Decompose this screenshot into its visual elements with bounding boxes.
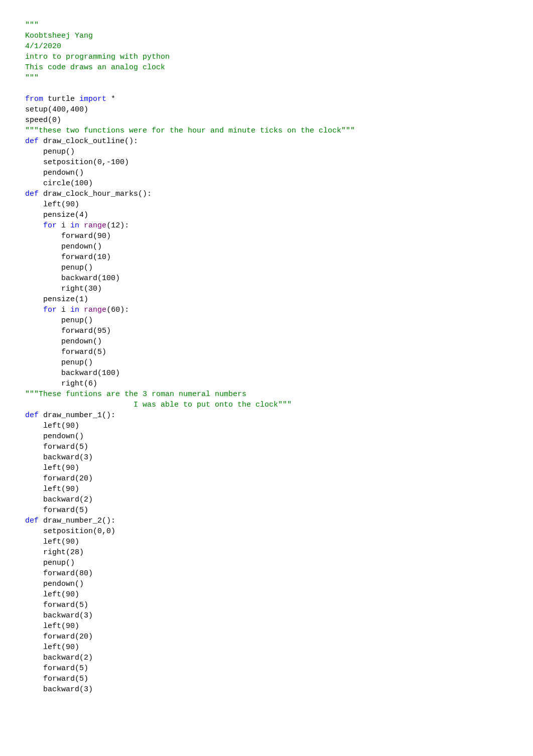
- fn-circle: circle: [43, 179, 70, 188]
- docstring-two-fns: """these two functions were for the hour…: [25, 127, 355, 135]
- num: 95: [97, 327, 106, 335]
- num: 5: [79, 601, 84, 609]
- fn-right: right: [61, 380, 84, 388]
- num: 12: [111, 221, 120, 230]
- fn-forward: forward: [43, 474, 75, 483]
- kw-from: from: [25, 95, 43, 103]
- num: 1: [79, 295, 84, 304]
- num: -100: [106, 158, 124, 167]
- var-i: i: [61, 306, 66, 314]
- num: 30: [88, 285, 97, 293]
- docstring-course: intro to programming with python: [25, 53, 170, 61]
- builtin-range: range: [84, 221, 106, 230]
- num: 10: [97, 253, 106, 262]
- num: 3: [84, 611, 88, 620]
- fn-backward: backward: [43, 495, 79, 504]
- num: 100: [102, 369, 115, 377]
- fn-forward: forward: [61, 348, 93, 356]
- num: 100: [75, 179, 88, 188]
- kw-in: in: [70, 306, 79, 314]
- num: 3: [84, 453, 88, 462]
- docstring-close: """: [25, 74, 39, 82]
- kw-def: def: [25, 411, 39, 420]
- fn-forward: forward: [61, 253, 93, 262]
- fn-forward: forward: [43, 664, 75, 673]
- fn-name: draw_clock_outline: [43, 137, 124, 146]
- code-page: """ Koobtsheej Yang 4/1/2020 intro to pr…: [0, 0, 533, 756]
- num: 20: [79, 474, 88, 483]
- fn-forward: forward: [43, 601, 75, 609]
- num: 0: [97, 158, 102, 167]
- num: 90: [97, 232, 106, 240]
- docstring-roman-1: """These funtions are the 3 roman numera…: [25, 390, 246, 399]
- num: 0: [52, 116, 57, 124]
- var-i: i: [61, 221, 66, 230]
- num: 90: [66, 590, 75, 599]
- fn-backward: backward: [61, 274, 97, 283]
- fn-setup: setup: [25, 105, 48, 114]
- num: 90: [66, 200, 75, 209]
- num: 90: [66, 643, 75, 652]
- fn-left: left: [43, 590, 61, 599]
- fn-left: left: [43, 464, 61, 472]
- num: 28: [70, 548, 79, 557]
- stmt: penup(): [43, 148, 75, 156]
- fn-backward: backward: [43, 654, 79, 662]
- num: 6: [88, 380, 93, 388]
- fn-pensize: pensize: [43, 295, 75, 304]
- fn-name: draw_number_1: [43, 411, 102, 420]
- fn-name: draw_number_2: [43, 517, 102, 525]
- num: 90: [66, 422, 75, 430]
- stmt: penup(): [61, 358, 93, 367]
- num: 20: [79, 633, 88, 641]
- num: 5: [79, 664, 84, 673]
- num: 60: [111, 306, 120, 314]
- fn-pensize: pensize: [43, 211, 75, 219]
- paren-colon: ():: [138, 190, 152, 198]
- fn-forward: forward: [61, 232, 93, 240]
- paren-colon: ():: [102, 411, 115, 420]
- docstring-author: Koobtsheej Yang: [25, 32, 93, 40]
- num: 5: [79, 506, 84, 515]
- num: 100: [102, 274, 115, 283]
- fn-backward: backward: [43, 611, 79, 620]
- fn-speed: speed: [25, 116, 48, 124]
- fn-backward: backward: [61, 369, 97, 377]
- num: 90: [66, 485, 75, 493]
- num: 400: [52, 105, 66, 114]
- num: 2: [84, 654, 88, 662]
- mod-turtle: turtle: [48, 95, 75, 103]
- num: 90: [66, 538, 75, 546]
- fn-name: draw_clock_hour_marks: [43, 190, 138, 198]
- num: 4: [79, 211, 84, 219]
- fn-forward: forward: [43, 443, 75, 451]
- num: 5: [79, 675, 84, 683]
- kw-for: for: [43, 221, 57, 230]
- fn-right: right: [61, 285, 84, 293]
- docstring-open: """: [25, 21, 39, 30]
- stmt: pendown(): [61, 242, 102, 251]
- kw-for: for: [43, 306, 57, 314]
- fn-right: right: [43, 548, 66, 557]
- fn-setposition: setposition: [43, 158, 93, 167]
- fn-left: left: [43, 200, 61, 209]
- stmt: penup(): [61, 264, 93, 272]
- stmt: penup(): [61, 316, 93, 325]
- builtin-range: range: [84, 306, 106, 314]
- fn-forward: forward: [61, 327, 93, 335]
- fn-left: left: [43, 643, 61, 652]
- fn-forward: forward: [43, 506, 75, 515]
- num: 90: [66, 622, 75, 631]
- num: 5: [79, 443, 84, 451]
- kw-in: in: [70, 221, 79, 230]
- docstring-desc: This code draws an analog clock: [25, 63, 165, 72]
- num: 0: [106, 527, 111, 536]
- num: 3: [84, 685, 88, 694]
- kw-def: def: [25, 517, 39, 525]
- stmt: pendown(): [43, 169, 84, 177]
- paren-colon: ():: [102, 517, 115, 525]
- kw-import: import: [79, 95, 106, 103]
- docstring-roman-2: I was able to put onto the clock""": [25, 401, 292, 409]
- fn-forward: forward: [43, 633, 75, 641]
- docstring-date: 4/1/2020: [25, 42, 61, 51]
